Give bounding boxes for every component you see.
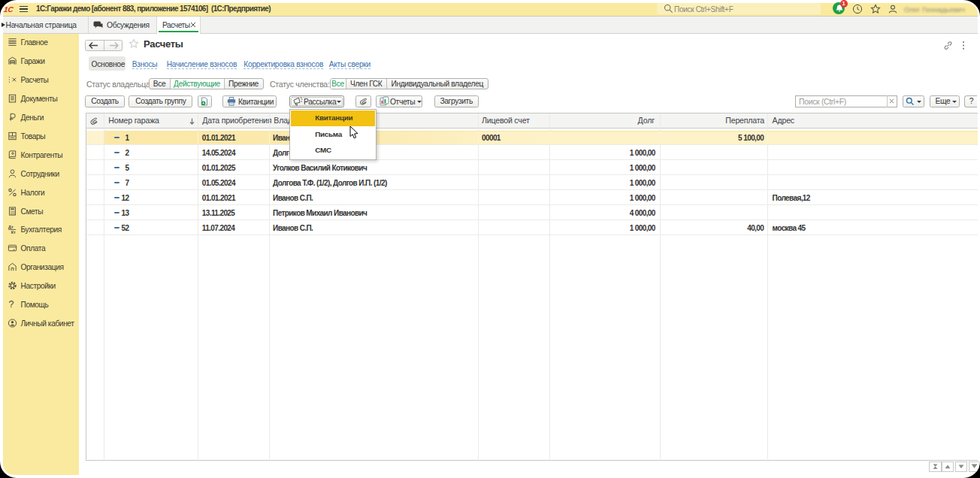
svg-text:Дт: Дт: [8, 225, 14, 230]
svg-text:Кт: Кт: [11, 230, 16, 234]
